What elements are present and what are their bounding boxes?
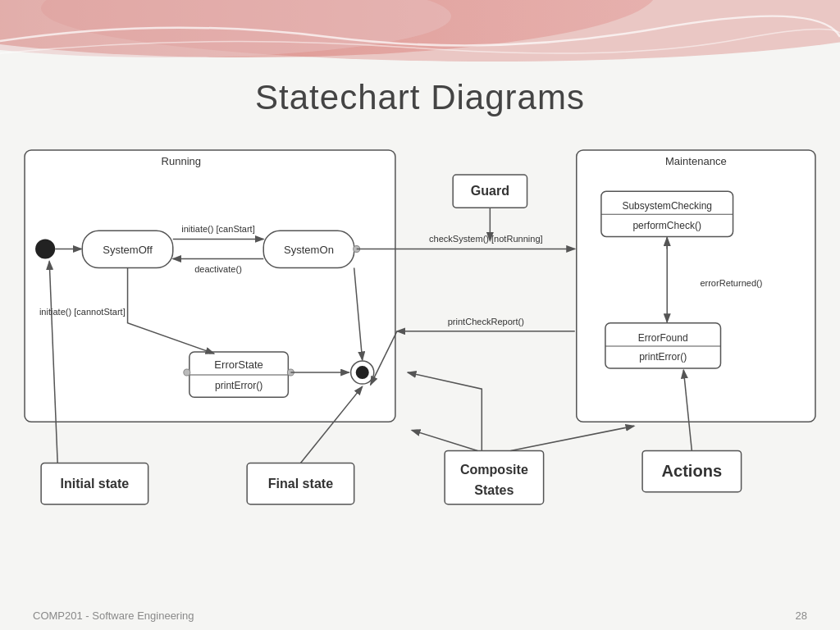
svg-point-15 (184, 369, 190, 376)
top-banner (0, 0, 840, 74)
composite-states-callout-line1: Composite (460, 462, 528, 477)
initial-state-indicator (35, 239, 55, 258)
diagram-area: Running Maintenance SystemOff SystemOn i… (16, 139, 824, 581)
system-on-state: SystemOn (284, 244, 334, 256)
svg-line-48 (510, 426, 634, 450)
footer-course: COMP201 - Software Engineering (33, 609, 194, 622)
svg-point-18 (356, 366, 369, 379)
initial-state-callout: Initial state (60, 476, 129, 491)
svg-text:ErrorState: ErrorState (214, 358, 262, 371)
svg-text:initiate() [canStart]: initiate() [canStart] (181, 224, 255, 234)
svg-text:printError(): printError() (639, 351, 687, 363)
actions-callout: Actions (662, 462, 723, 480)
guard-callout: Guard (471, 183, 509, 198)
slide-title: Statechart Diagrams (0, 78, 840, 117)
statechart-diagram: Running Maintenance SystemOff SystemOn i… (16, 139, 824, 581)
svg-text:printCheckReport(): printCheckReport() (448, 317, 524, 326)
svg-text:performCheck(): performCheck() (632, 220, 701, 231)
svg-text:printError(): printError() (215, 380, 262, 391)
running-label: Running (162, 155, 202, 167)
system-off-state: SystemOff (103, 244, 153, 256)
footer: COMP201 - Software Engineering 28 (0, 609, 840, 622)
final-state-callout: Final state (268, 476, 333, 491)
footer-page: 28 (796, 609, 807, 622)
svg-text:ErrorFound: ErrorFound (638, 332, 688, 344)
maintenance-label: Maintenance (665, 155, 727, 167)
svg-text:errorReturned(): errorReturned() (700, 278, 762, 288)
svg-text:initiate() [cannotStart]: initiate() [cannotStart] (39, 307, 126, 317)
composite-states-callout-line2: States (474, 482, 514, 497)
svg-text:SubsystemChecking: SubsystemChecking (622, 200, 712, 212)
svg-text:deactivate(): deactivate() (194, 264, 242, 274)
svg-line-47 (412, 430, 477, 450)
svg-text:checkSystem() [notRunning]: checkSystem() [notRunning] (429, 234, 543, 244)
